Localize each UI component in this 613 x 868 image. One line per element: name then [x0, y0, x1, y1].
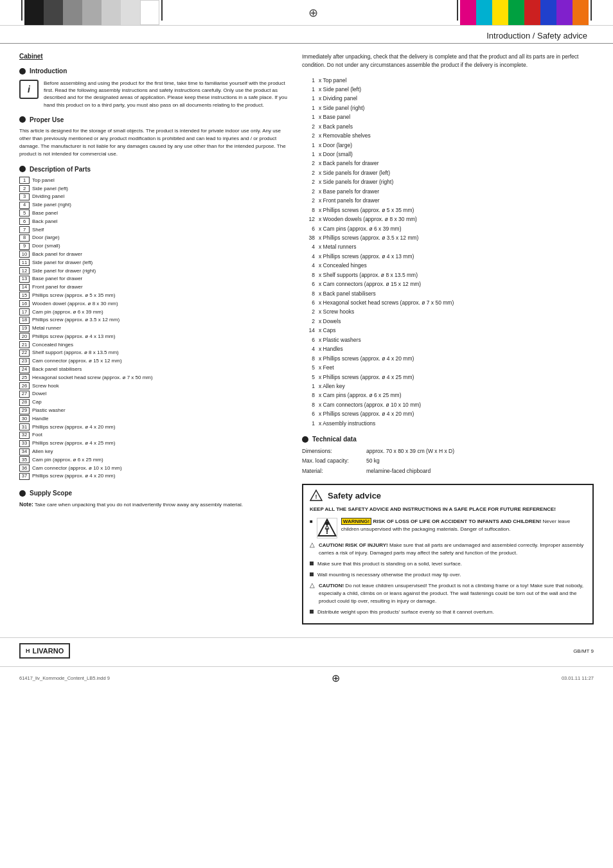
color-swatch-gray4	[121, 0, 140, 25]
list-item: 4x Concealed hinges	[302, 261, 594, 270]
list-item: 16Wooden dowel (approx. ø 8 x 30 mm)	[19, 300, 289, 308]
color-swatch-purple	[556, 0, 573, 25]
warning-bold-text: RISK OF LOSS OF LIFE OR ACCIDENT TO INFA…	[373, 518, 541, 524]
color-swatch-cyan	[476, 0, 492, 25]
right-intro: Immediately after unpacking, check that …	[302, 53, 594, 69]
supply-note-label: Note:	[19, 501, 33, 508]
list-item: 1x Door (small)	[302, 150, 594, 159]
safety-box: ! Safety advice KEEP ALL THE SAFETY ADVI…	[302, 484, 594, 624]
list-item: 2x Front panels for drawer	[302, 196, 594, 205]
tech-dimensions-label: Dimensions:	[302, 447, 366, 456]
bullet-icon	[19, 68, 26, 75]
svg-point-4	[325, 522, 329, 526]
list-item: 4x Phillips screws (approx. ø 4 x 13 mm)	[302, 252, 594, 261]
list-item: 27Dowel	[19, 390, 289, 398]
list-item: 1x Assembly instructions	[302, 419, 594, 428]
safety-items-list: ■ ! WARN	[310, 518, 586, 616]
list-item: 33Phillips screw (approx. ø 4 x 25 mm)	[19, 439, 289, 448]
bullet-icon-3	[19, 166, 26, 172]
list-item: 19Metal runner	[19, 324, 289, 333]
supply-list: 1x Top panel 1x Side panel (left) 1x Div…	[302, 76, 594, 429]
main-content: Cabinet Introduction i Before assembling…	[0, 44, 613, 624]
list-item: 35Cam pin (approx. ø 6 x 25 mm)	[19, 456, 289, 465]
list-item: 4x Metal runners	[302, 242, 594, 251]
list-item: 1x Side panel (right)	[302, 103, 594, 112]
list-item: 1Top panel	[19, 177, 289, 185]
list-item: 6x Phillips screws (approx. ø 4 x 20 mm)	[302, 409, 594, 418]
tech-load-label: Max. load capacity:	[302, 456, 366, 466]
list-item: 10Back panel for drawer	[19, 251, 289, 259]
list-item: 26Screw hook	[19, 382, 289, 391]
safety-item-caution2: △ CAUTION! Do not leave children unsuper…	[310, 582, 586, 605]
color-swatch-gray1	[63, 0, 82, 25]
footer: H LIVARNO GB/MT 9	[0, 637, 613, 664]
caution-triangle-icon-2: △	[310, 582, 315, 589]
warning-tag: WARNING!	[341, 518, 371, 525]
color-swatch-red	[524, 0, 540, 25]
list-item: 2x Screw hooks	[302, 307, 594, 316]
list-item: 23Cam connector (approx. ø 15 x 12 mm)	[19, 357, 289, 366]
bottom-bar: 61417_liv_Kommode_Content_LB5.indd 9 ⊕ 0…	[0, 666, 613, 689]
tech-load-val: 50 kg	[366, 456, 594, 466]
color-swatch-gray2	[82, 0, 102, 25]
list-item: 28Cap	[19, 398, 289, 407]
list-item: 12x Wooden dowels (approx. ø 8 x 30 mm)	[302, 215, 594, 224]
square-bullet-icon-3	[310, 610, 314, 614]
description-title: Description of Parts	[30, 166, 91, 173]
list-item: 5x Feet	[302, 363, 594, 372]
list-item: 21Concealed hinges	[19, 341, 289, 350]
list-item: 14Front panel for drawer	[19, 283, 289, 292]
list-item: 14x Caps	[302, 326, 594, 335]
caution1-bold: CAUTION! RISK OF INJURY!	[319, 542, 388, 548]
tech-material-label: Material:	[302, 466, 366, 476]
page: ⊕ Introduction / Safety advice Cabinet I…	[0, 0, 613, 868]
top-bar: ⊕	[0, 0, 613, 26]
logo: H LIVARNO	[19, 643, 70, 659]
introduction-title: Introduction	[30, 67, 67, 75]
left-column: Cabinet Introduction i Before assembling…	[19, 44, 289, 624]
safety-caution1-text: CAUTION! RISK OF INJURY! Make sure that …	[319, 542, 586, 557]
list-item: 38x Phillips screws (approx. ø 3.5 x 12 …	[302, 233, 594, 242]
list-item: 6x Cam connectors (approx. ø 15 x 12 mm)	[302, 279, 594, 288]
list-item: 1x Base panel	[302, 112, 594, 121]
bottom-file: 61417_liv_Kommode_Content_LB5.indd 9	[19, 675, 110, 681]
color-swatch-green	[508, 0, 524, 25]
list-item: 2x Side panels for drawer (left)	[302, 168, 594, 177]
safety-square2-text: Wall mounting is necessary otherwise the…	[317, 571, 461, 579]
color-swatch-white	[140, 0, 159, 25]
list-item: 20Phillips screw (approx. ø 4 x 13 mm)	[19, 333, 289, 341]
safety-heading-text: Safety advice	[328, 491, 381, 500]
list-item: 4x Handles	[302, 344, 594, 353]
list-item: 6x Hexagonal socket head screws (approx.…	[302, 298, 594, 307]
top-bar-left-colors	[19, 0, 173, 25]
header-title: Introduction / Safety advice	[0, 26, 613, 44]
list-item: 2x Back panels	[302, 122, 594, 131]
square-bullet: ■	[310, 518, 313, 526]
list-item: 8x Phillips screws (approx. ø 4 x 20 mm)	[302, 354, 594, 363]
list-item: 2x Dowels	[302, 317, 594, 326]
list-item: 31Phillips screw (approx. ø 4 x 20 mm)	[19, 423, 289, 432]
svg-text:!: !	[315, 493, 317, 500]
logo-prefix: H	[26, 648, 30, 654]
supply-scope-heading: Supply Scope	[19, 490, 289, 497]
bottom-date: 03.01.11 11:27	[562, 675, 594, 681]
list-item: 2x Back panels for drawer	[302, 159, 594, 168]
safety-item-caution1: △ CAUTION! RISK OF INJURY! Make sure tha…	[310, 542, 586, 557]
list-item: 8x Cam pins (approx. ø 6 x 25 mm)	[302, 391, 594, 400]
list-item: 6x Cam pins (approx. ø 6 x 39 mm)	[302, 224, 594, 233]
list-item: 8x Cam connectors (approx. ø 10 x 10 mm)	[302, 400, 594, 409]
list-item: 29Plastic washer	[19, 407, 289, 415]
list-item: 1x Side panel (left)	[302, 85, 594, 94]
footer-page: GB/MT 9	[573, 648, 594, 654]
list-item: 24Back panel stabilisers	[19, 366, 289, 374]
bullet-icon-4	[19, 490, 26, 497]
list-item: 17Cam pin (approx. ø 6 x 39 mm)	[19, 308, 289, 317]
safety-keep-text: KEEP ALL THE SAFETY ADVICE AND INSTRUCTI…	[310, 506, 586, 513]
list-item: 12Side panel for drawer (right)	[19, 267, 289, 276]
list-item: 22Shelf support (approx. ø 8 x 13.5 mm)	[19, 349, 289, 357]
square-bullet-icon-2	[310, 572, 314, 576]
list-item: 11Side panel for drawer (left)	[19, 259, 289, 267]
proper-use-title: Proper Use	[30, 116, 64, 123]
safety-item-warning: ■ ! WARN	[310, 518, 586, 538]
warning-triangle-icon: !	[310, 489, 323, 502]
